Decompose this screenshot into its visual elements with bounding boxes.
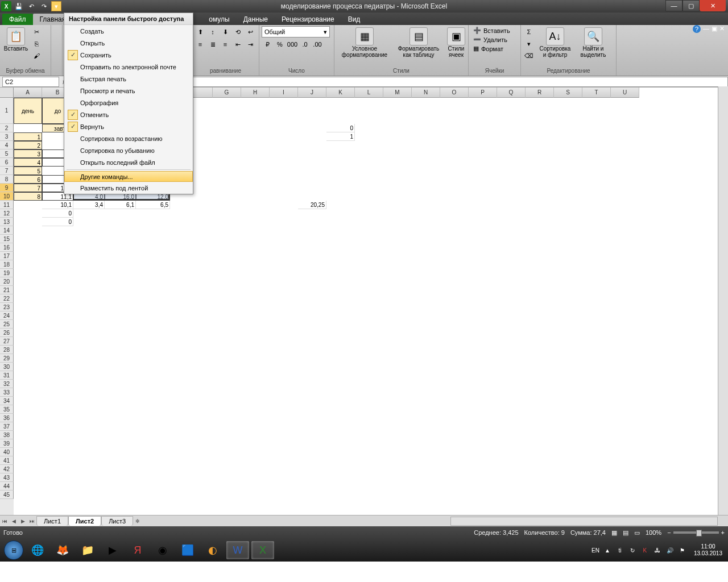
row-header-33[interactable]: 33 — [0, 388, 14, 397]
cell-A4[interactable]: 2 — [14, 141, 42, 149]
col-header-U[interactable]: U — [611, 88, 639, 98]
tray-icon-2[interactable]: ti — [615, 546, 624, 555]
row-header-9[interactable]: 9 — [0, 184, 14, 192]
row-header-20[interactable]: 20 — [0, 277, 14, 286]
align-mid-icon[interactable]: ↕ — [207, 26, 218, 38]
format-as-table-button[interactable]: ▤Форматировать как таблицу — [394, 26, 444, 59]
row-header-23[interactable]: 23 — [0, 303, 14, 311]
qat-menu-item-3[interactable]: Отправить по электронной почте — [64, 61, 193, 73]
row-header-13[interactable]: 13 — [0, 218, 14, 226]
col-header-H[interactable]: H — [241, 88, 270, 98]
align-top-icon[interactable]: ⬆ — [195, 26, 206, 38]
row-header-19[interactable]: 19 — [0, 269, 14, 277]
qat-menu-item-5[interactable]: Просмотр и печать — [64, 85, 193, 97]
row-header-39[interactable]: 39 — [0, 439, 14, 448]
maximize-button[interactable]: ▢ — [682, 0, 700, 11]
select-all-corner[interactable] — [0, 88, 14, 98]
insert-cells-button[interactable]: ➕Вставить — [471, 26, 512, 35]
row-header-16[interactable]: 16 — [0, 243, 14, 252]
lang-indicator[interactable]: EN — [592, 547, 599, 554]
align-right-icon[interactable]: ≡ — [220, 39, 231, 50]
row-header-32[interactable]: 32 — [0, 380, 14, 388]
save-icon[interactable]: 💾 — [14, 1, 24, 11]
align-bot-icon[interactable]: ⬇ — [220, 26, 231, 38]
row-header-26[interactable]: 26 — [0, 329, 14, 337]
col-header-L[interactable]: L — [355, 88, 383, 98]
cell-K2[interactable]: 0 — [326, 124, 355, 132]
qat-menu-item-2[interactable]: Сохранить — [64, 49, 193, 61]
col-header-P[interactable]: P — [469, 88, 497, 98]
cell-A7[interactable]: 5 — [14, 167, 42, 175]
data-tab[interactable]: Данные — [237, 14, 275, 25]
row-header-15[interactable]: 15 — [0, 235, 14, 243]
row-header-43[interactable]: 43 — [0, 473, 14, 482]
cell-B11[interactable]: 10,1 — [42, 201, 73, 209]
minimize-button[interactable]: — — [665, 0, 682, 11]
antivirus-icon[interactable]: K — [640, 546, 650, 555]
align-left-icon[interactable]: ≡ — [195, 39, 206, 50]
row-header-44[interactable]: 44 — [0, 482, 14, 490]
row-header-4[interactable]: 4 — [0, 141, 14, 149]
row-header-7[interactable]: 7 — [0, 167, 14, 175]
row-header-24[interactable]: 24 — [0, 311, 14, 320]
sync-icon[interactable]: ↻ — [628, 546, 637, 555]
view-normal-icon[interactable]: ▦ — [611, 529, 617, 537]
cell-C11[interactable]: 3,4 — [73, 201, 105, 209]
row-header-2[interactable]: 2 — [0, 124, 14, 132]
row-header-37[interactable]: 37 — [0, 422, 14, 431]
number-format-select[interactable]: Общий▾ — [262, 26, 330, 38]
orientation-icon[interactable]: ⟲ — [232, 26, 243, 38]
row-header-22[interactable]: 22 — [0, 294, 14, 303]
row-header-36[interactable]: 36 — [0, 414, 14, 422]
chrome-icon[interactable]: ◉ — [151, 541, 174, 559]
qat-menu-item-6[interactable]: Орфография — [64, 97, 193, 109]
cell-A9[interactable]: 7 — [14, 184, 42, 192]
find-select-button[interactable]: 🔍Найти и выделить — [576, 26, 611, 59]
row-header-38[interactable]: 38 — [0, 431, 14, 439]
row-headers[interactable]: 1234567891011121314151617181920212223242… — [0, 88, 14, 515]
cell-K3[interactable]: 1 — [326, 132, 355, 141]
cell-A1[interactable]: день — [14, 98, 42, 124]
cell-styles-button[interactable]: ▣Стили ячеек — [445, 26, 468, 59]
clock[interactable]: 11:00 13.03.2013 — [690, 543, 726, 557]
review-tab[interactable]: Рецензирование — [275, 14, 341, 25]
row-header-12[interactable]: 12 — [0, 209, 14, 218]
copy-icon[interactable]: ⎘ — [31, 38, 42, 49]
row-header-40[interactable]: 40 — [0, 448, 14, 456]
new-sheet-icon[interactable]: ✻ — [133, 517, 142, 526]
sheet-tab-3[interactable]: Лист3 — [101, 516, 133, 526]
row-header-45[interactable]: 45 — [0, 490, 14, 499]
tray-icon-1[interactable]: ▲ — [603, 546, 612, 555]
cell-A3[interactable]: 1 — [14, 132, 42, 141]
sheet-nav-first-icon[interactable]: ⏮ — [0, 517, 9, 526]
row-header-6[interactable]: 6 — [0, 158, 14, 167]
excel-icon[interactable]: X — [1, 1, 11, 11]
cell-D11[interactable]: 6,1 — [105, 201, 136, 209]
paste-button[interactable]: 📋 Вставить — [2, 26, 30, 52]
view-layout-icon[interactable]: ▤ — [623, 529, 628, 537]
qat-menu-item-10[interactable]: Сортировка по убыванию — [64, 144, 193, 156]
cell-A6[interactable]: 4 — [14, 158, 42, 167]
col-header-A[interactable]: A — [14, 88, 42, 98]
yandex-icon[interactable]: Я — [126, 541, 149, 559]
view-pagebreak-icon[interactable]: ▭ — [634, 529, 640, 537]
row-header-10[interactable]: 10 — [0, 192, 14, 201]
wrap-icon[interactable]: ↩ — [245, 26, 256, 38]
row-header-27[interactable]: 27 — [0, 337, 14, 346]
col-header-K[interactable]: K — [326, 88, 355, 98]
restore-workbook-icon[interactable]: ▣ — [712, 25, 717, 33]
qat-menu-item-4[interactable]: Быстрая печать — [64, 73, 193, 85]
row-header-35[interactable]: 35 — [0, 405, 14, 414]
col-header-N[interactable]: N — [412, 88, 440, 98]
row-header-25[interactable]: 25 — [0, 320, 14, 329]
zoom-slider[interactable] — [673, 531, 719, 534]
row-header-30[interactable]: 30 — [0, 363, 14, 371]
row-header-21[interactable]: 21 — [0, 286, 14, 294]
row-header-5[interactable]: 5 — [0, 149, 14, 158]
align-center-icon[interactable]: ≣ — [207, 39, 218, 50]
close-button[interactable]: ✕ — [700, 0, 726, 11]
col-header-S[interactable]: S — [554, 88, 582, 98]
ie-icon[interactable]: 🌐 — [26, 541, 49, 559]
indent-inc-icon[interactable]: ⇥ — [245, 39, 256, 50]
excel-taskbar-icon[interactable]: X — [251, 541, 274, 559]
